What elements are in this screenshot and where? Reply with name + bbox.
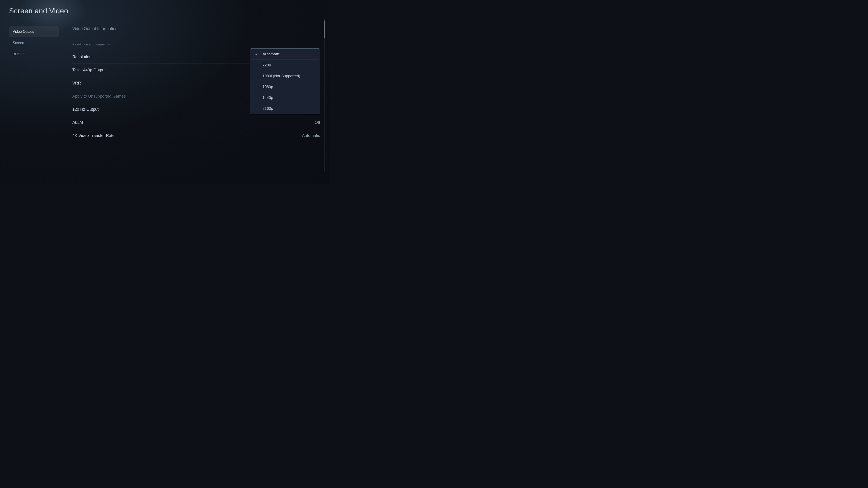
- section-label: Resolution and frequency: [72, 42, 320, 46]
- resolution-label: Resolution: [72, 55, 92, 59]
- dropdown-option-automatic[interactable]: ✓ Automatic: [251, 49, 319, 59]
- video-output-info-link[interactable]: Video Output Information: [72, 26, 320, 31]
- vrr-label: VRR: [72, 81, 81, 86]
- sidebar-item-video-output-label: Video Output: [13, 30, 34, 33]
- dropdown-option-2160p[interactable]: 2160p: [250, 103, 320, 114]
- main-layout: Video Output Screen BD/DVD Video Output …: [9, 24, 320, 177]
- sidebar: Video Output Screen BD/DVD: [9, 24, 59, 177]
- dropdown-option-720p[interactable]: 720p: [250, 60, 320, 71]
- check-icon: ✓: [255, 52, 260, 57]
- resolution-row[interactable]: Resolution ✓ Automatic 720p 1080i (Not S…: [72, 51, 320, 64]
- dropdown-option-1080p-label: 1080p: [262, 85, 273, 89]
- 4k-transfer-label: 4K Video Transfer Rate: [72, 133, 115, 138]
- scrollbar-thumb[interactable]: [324, 20, 324, 38]
- allm-row[interactable]: ALLM Off: [72, 116, 320, 129]
- dropdown-option-1080i-label: 1080i (Not Supported): [262, 74, 300, 78]
- scrollbar-track[interactable]: [324, 18, 324, 172]
- dropdown-option-720p-label: 720p: [262, 63, 271, 68]
- allm-value: Off: [315, 120, 320, 125]
- sidebar-item-bddvd[interactable]: BD/DVD: [9, 49, 59, 59]
- dropdown-option-1080i[interactable]: 1080i (Not Supported): [250, 71, 320, 82]
- video-output-info-label: Video Output Information: [72, 26, 118, 31]
- dropdown-option-2160p-label: 2160p: [262, 106, 273, 111]
- test-1440p-label: Test 1440p Output: [72, 68, 105, 72]
- dropdown-option-automatic-label: Automatic: [263, 52, 280, 57]
- sidebar-item-screen[interactable]: Screen: [9, 38, 59, 48]
- sidebar-item-video-output[interactable]: Video Output: [9, 26, 59, 37]
- content-area: Video Output Information Resolution and …: [59, 24, 320, 177]
- 4k-transfer-value: Automatic: [302, 133, 320, 138]
- sidebar-item-bddvd-label: BD/DVD: [13, 52, 26, 56]
- apply-unsupported-label: Apply to Unsupported Games: [72, 94, 126, 99]
- allm-label: ALLM: [72, 120, 83, 125]
- 120hz-label: 120 Hz Output: [72, 107, 98, 112]
- 4k-transfer-row[interactable]: 4K Video Transfer Rate Automatic: [72, 129, 320, 142]
- page-container: Screen and Video Video Output Screen BD/…: [0, 0, 329, 184]
- dropdown-option-1080p[interactable]: 1080p: [250, 82, 320, 92]
- resolution-dropdown[interactable]: ✓ Automatic 720p 1080i (Not Supported) 1…: [250, 48, 320, 114]
- page-title: Screen and Video: [9, 7, 320, 15]
- dropdown-option-1440p-label: 1440p: [262, 96, 273, 100]
- dropdown-option-1440p[interactable]: 1440p: [250, 92, 320, 103]
- sidebar-item-screen-label: Screen: [13, 41, 24, 45]
